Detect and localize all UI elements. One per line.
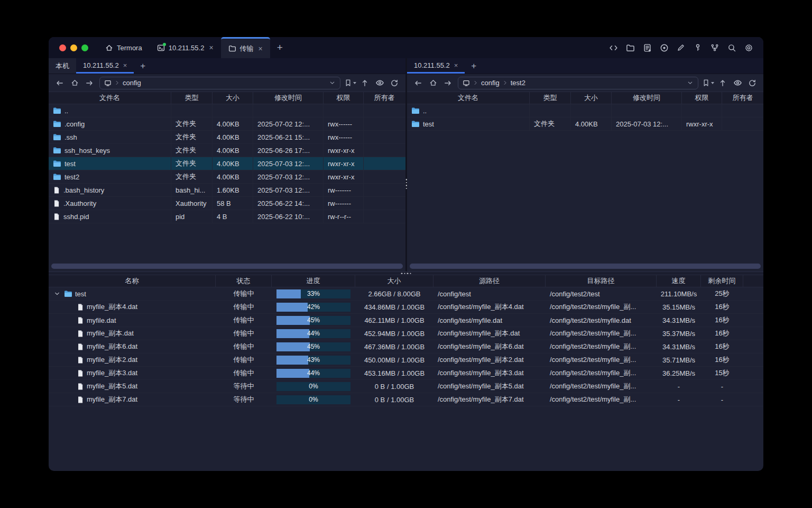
column-header-修改时间[interactable]: 修改时间 [612, 92, 682, 104]
horizontal-scrollbar[interactable] [51, 264, 403, 269]
edit-icon[interactable] [675, 41, 687, 54]
column-header-文件名[interactable]: 文件名 [407, 92, 530, 104]
cell-text: .. [423, 107, 427, 115]
new-tab-button[interactable]: + [270, 37, 290, 58]
app-window: Termora10.211.55.2×传输×+ 本机10.211.55.2×+c… [49, 37, 763, 471]
forward-button[interactable] [83, 77, 96, 89]
transfer-row[interactable]: myfile_副本.dat传输中44%452.94MB / 1.00GB/con… [49, 327, 763, 340]
column-header-名称[interactable]: 名称 [49, 275, 216, 287]
cell-filler [743, 314, 763, 326]
cell-text: 2025-06-22 10:... [257, 213, 310, 221]
column-header-大小[interactable]: 大小 [571, 92, 612, 104]
panel-tab-10.211.55.2[interactable]: 10.211.55.2× [407, 58, 465, 74]
caret-down-icon[interactable] [353, 82, 356, 84]
cell-filler [743, 353, 763, 366]
caret-down-icon[interactable] [711, 82, 714, 84]
path-dropdown-icon[interactable] [687, 79, 694, 86]
close-icon[interactable]: × [123, 61, 127, 69]
column-header-文件名[interactable]: 文件名 [49, 92, 171, 104]
close-icon[interactable]: × [454, 61, 458, 69]
table-row[interactable]: test文件夹4.00KB2025-07-03 12:...rwxr-xr-x [407, 117, 763, 131]
record-icon[interactable] [658, 41, 670, 54]
breadcrumb-segment[interactable]: config [123, 79, 141, 87]
app-tab-10.211.55.2[interactable]: 10.211.55.2× [150, 37, 221, 58]
app-tab-传输[interactable]: 传输× [221, 37, 270, 58]
column-header-类型[interactable]: 类型 [530, 92, 571, 104]
column-header-权限[interactable]: 权限 [682, 92, 722, 104]
column-header-所有者[interactable]: 所有者 [722, 92, 763, 104]
transfer-row[interactable]: myfile_副本4.dat传输中42%434.86MB / 1.00GB/co… [49, 301, 763, 314]
transfer-row[interactable]: test传输中33%2.66GB / 8.00GB/config/test/co… [49, 287, 763, 301]
zoom-window-button[interactable] [81, 44, 88, 51]
bookmark-button[interactable] [702, 79, 714, 87]
transfer-row[interactable]: myfile_副本6.dat传输中45%467.36MB / 1.00GB/co… [49, 340, 763, 353]
back-button[interactable] [53, 77, 66, 89]
cell-target: /config/test2/test/myfile_副... [546, 353, 657, 366]
transfer-row[interactable]: myfile.dat传输中45%462.11MB / 1.00GB/config… [49, 314, 763, 327]
table-row[interactable]: .ssh文件夹4.00KB2025-06-21 15:...rwx------ [49, 131, 405, 144]
key-icon[interactable] [691, 41, 704, 54]
column-header-所有者[interactable]: 所有者 [364, 92, 405, 104]
column-header-状态[interactable]: 状态 [216, 275, 272, 287]
column-header-大小[interactable]: 大小 [213, 92, 253, 104]
transfer-row[interactable]: myfile_副本7.dat等待中0%0 B / 1.00GB/config/t… [49, 393, 763, 406]
back-button[interactable] [412, 77, 425, 89]
horizontal-splitter[interactable] [49, 271, 763, 275]
new-panel-tab-button[interactable]: + [134, 58, 152, 74]
path-bar[interactable]: config [99, 77, 340, 89]
panel-tab-本机[interactable]: 本机 [49, 58, 76, 74]
column-header-修改时间[interactable]: 修改时间 [253, 92, 324, 104]
column-header-进度[interactable]: 进度 [272, 275, 355, 287]
panel-tab-10.211.55.2[interactable]: 10.211.55.2× [76, 58, 134, 74]
column-header-剩余时间[interactable]: 剩余时间 [701, 275, 743, 287]
close-icon[interactable]: × [209, 44, 213, 51]
bookmark-button[interactable] [344, 79, 356, 87]
path-dropdown-icon[interactable] [329, 79, 336, 86]
column-header-速度[interactable]: 速度 [657, 275, 701, 287]
cell-所有者 [722, 117, 763, 130]
transfer-row[interactable]: myfile_副本2.dat传输中43%450.00MB / 1.00GB/co… [49, 353, 763, 367]
table-row[interactable]: .XauthorityXauthority58 B2025-06-22 14:.… [49, 197, 405, 210]
transfer-row[interactable]: myfile_副本3.dat传输中44%453.16MB / 1.00GB/co… [49, 367, 763, 380]
fork-icon[interactable] [708, 41, 721, 54]
table-row[interactable]: test2文件夹4.00KB2025-07-03 12:...rwxr-xr-x [49, 170, 405, 184]
home-button[interactable] [68, 77, 81, 89]
table-row[interactable]: sshd.pidpid4 B2025-06-22 10:...rw-r--r-- [49, 210, 405, 223]
forward-button[interactable] [441, 77, 454, 89]
log-icon[interactable] [641, 41, 653, 54]
parent-directory-button[interactable] [358, 77, 371, 89]
table-row[interactable]: test文件夹4.00KB2025-07-03 12:...rwxr-xr-x [49, 157, 405, 170]
show-hidden-toggle[interactable] [373, 77, 386, 89]
path-bar[interactable]: configtest2 [458, 77, 698, 89]
table-row[interactable]: ssh_host_keys文件夹4.00KB2025-06-26 17:...r… [49, 144, 405, 157]
table-row[interactable]: .. [407, 104, 763, 117]
new-panel-tab-button[interactable]: + [465, 58, 483, 74]
table-row[interactable]: .. [49, 104, 405, 117]
breadcrumb-segment[interactable]: config [481, 79, 500, 87]
expand-chevron-icon[interactable] [53, 291, 61, 297]
minimize-window-button[interactable] [70, 44, 77, 51]
show-hidden-toggle[interactable] [731, 77, 744, 89]
parent-directory-button[interactable] [716, 77, 729, 89]
column-header-权限[interactable]: 权限 [324, 92, 364, 104]
column-header-大小[interactable]: 大小 [355, 275, 433, 287]
column-header-类型[interactable]: 类型 [171, 92, 213, 104]
table-row[interactable]: .config文件夹4.00KB2025-07-02 12:...rwx----… [49, 117, 405, 131]
refresh-button[interactable] [746, 77, 759, 89]
settings-icon[interactable] [742, 41, 755, 54]
search-icon[interactable] [725, 41, 738, 54]
close-icon[interactable]: × [259, 45, 263, 52]
horizontal-scrollbar[interactable] [410, 264, 761, 269]
close-window-button[interactable] [59, 44, 66, 51]
transfer-row[interactable]: myfile_副本5.dat等待中0%0 B / 1.00GB/config/t… [49, 380, 763, 393]
cell-text: 16秒 [715, 302, 729, 312]
app-tab-Termora[interactable]: Termora [98, 37, 150, 58]
breadcrumb-segment[interactable]: test2 [511, 79, 525, 87]
column-header-目标路径[interactable]: 目标路径 [546, 275, 657, 287]
code-icon[interactable] [607, 41, 620, 54]
home-button[interactable] [427, 77, 439, 89]
folder-icon[interactable] [624, 41, 636, 54]
column-header-源路径[interactable]: 源路径 [433, 275, 546, 287]
table-row[interactable]: .bash_historybash_hi...1.60KB2025-07-03 … [49, 184, 405, 197]
refresh-button[interactable] [388, 77, 401, 89]
